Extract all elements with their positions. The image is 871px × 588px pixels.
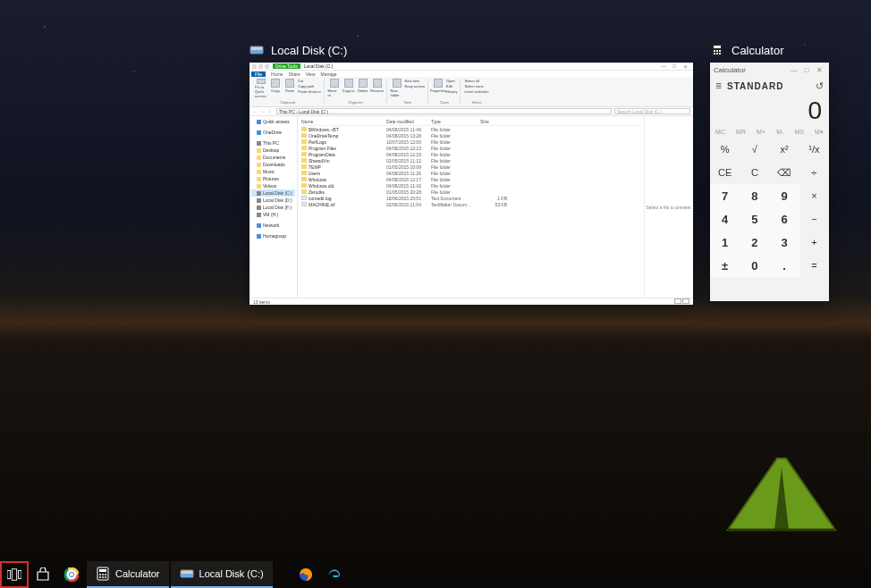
explorer-titlebar[interactable]: Drive Tools Local Disk (C:) — □ ✕ [249, 63, 693, 71]
tab-home[interactable]: Home [271, 71, 283, 77]
column-header[interactable]: Name [301, 119, 386, 124]
invert-button[interactable]: Invert selection [464, 89, 488, 95]
chrome-button[interactable] [57, 561, 86, 588]
tab-view[interactable]: View [306, 71, 316, 77]
pin-button[interactable]: Pin to Quick access [255, 79, 267, 98]
taskview-button[interactable] [0, 561, 29, 588]
calc-key[interactable]: + [799, 231, 829, 254]
calc-key[interactable]: 8 [740, 184, 769, 207]
tab-share[interactable]: Share [288, 71, 300, 77]
edge-button[interactable] [320, 561, 349, 588]
close-button[interactable]: ✕ [813, 66, 825, 74]
calc-key[interactable]: ± [710, 254, 740, 277]
file-row[interactable]: Zerodks01/05/2015 20:28File folder [301, 189, 640, 195]
copyto-button[interactable]: Copy to [342, 79, 355, 98]
calc-mem-button[interactable]: MC [715, 129, 725, 136]
file-row[interactable]: $Windows.~BT04/08/2015 11:49File folder [301, 126, 640, 132]
history-icon[interactable]: ↺ [816, 80, 824, 92]
nav-item[interactable]: This PC [251, 139, 295, 147]
nav-item[interactable]: Music [251, 168, 295, 175]
calc-mem-button[interactable]: MS [794, 129, 804, 136]
nav-item[interactable]: Network [251, 222, 295, 229]
nav-item[interactable]: Quick access [251, 118, 295, 125]
copy-button[interactable]: Copy [269, 79, 282, 98]
calc-key[interactable]: × [799, 184, 829, 207]
column-headers[interactable]: NameDate modifiedTypeSize [301, 118, 640, 126]
close-button[interactable]: ✕ [680, 63, 690, 70]
calc-key[interactable]: CE [710, 161, 740, 184]
file-row[interactable]: Users04/08/2015 11:26File folder [301, 170, 640, 176]
nav-item[interactable]: Local Disk (F:) [251, 204, 295, 211]
calc-key[interactable]: 7 [710, 184, 740, 207]
nav-item[interactable]: Pictures [251, 175, 295, 182]
tab-file[interactable]: File [251, 71, 266, 77]
nav-item[interactable]: Local Disk (D:) [251, 197, 295, 204]
calc-key[interactable]: √ [740, 138, 769, 161]
calc-key[interactable]: C [740, 161, 769, 184]
calc-titlebar[interactable]: Calculator — □ ✕ [710, 63, 829, 77]
file-row[interactable]: Windows.old04/08/2015 11:42File folder [301, 182, 640, 189]
moveto-button[interactable]: Move to [328, 79, 341, 98]
calc-key[interactable]: 1 [710, 231, 740, 254]
nav-item[interactable]: Homegroup [251, 232, 295, 239]
calc-key[interactable]: 4 [710, 207, 740, 231]
paste-button[interactable]: Paste [283, 79, 296, 98]
calc-mem-button[interactable]: M▾ [815, 129, 824, 136]
nav-item[interactable]: VM (H:) [251, 211, 295, 218]
nav-item[interactable]: Local Disk (C:) [251, 189, 295, 197]
file-row[interactable]: Program Files04/08/2015 12:23File folder [301, 145, 640, 151]
rename-button[interactable]: Rename [371, 79, 384, 98]
nav-item[interactable]: OneDrive [251, 129, 295, 136]
paste-shortcut-button[interactable]: Paste shortcut [298, 89, 321, 95]
file-row[interactable]: PerfLogs10/07/2015 12:00File folder [301, 139, 640, 145]
taskbar-app-explorer[interactable]: Local Disk (C:) [171, 561, 273, 588]
firefox-button[interactable] [292, 561, 320, 588]
calc-key[interactable]: = [799, 254, 829, 277]
taskview-window-calculator[interactable]: Calculator — □ ✕ ≡ STANDARD ↺ 0 MCMRM+M-… [710, 63, 829, 301]
calc-key[interactable]: 0 [740, 254, 769, 277]
address-bar[interactable]: This PC › Local Disk (C:) [276, 108, 612, 114]
calc-key[interactable]: 3 [770, 231, 799, 254]
calc-key[interactable]: ¹/x [799, 138, 829, 161]
calc-key[interactable]: 5 [740, 207, 769, 231]
taskbar-app-calculator[interactable]: Calculator [87, 561, 169, 588]
calc-mem-button[interactable]: MR [736, 129, 746, 136]
column-header[interactable]: Type [431, 119, 480, 124]
calc-key[interactable]: − [799, 207, 829, 231]
calc-mem-button[interactable]: M- [776, 129, 783, 136]
tab-manage[interactable]: Manage [321, 71, 337, 77]
taskview-window-explorer[interactable]: Drive Tools Local Disk (C:) — □ ✕ File H… [249, 63, 693, 305]
calc-key[interactable]: % [710, 138, 740, 161]
calc-key[interactable]: 2 [740, 231, 769, 254]
nav-item[interactable]: Desktop [251, 147, 295, 154]
minimize-button[interactable]: — [658, 63, 669, 70]
file-row[interactable]: MACHINE.inf02/06/2015 11:04TextMaker Doc… [301, 201, 640, 207]
maximize-button[interactable]: □ [669, 63, 680, 70]
calc-key[interactable]: ÷ [799, 161, 829, 184]
up-button[interactable]: ↑ [268, 109, 271, 114]
history-button[interactable]: History [446, 89, 457, 95]
forward-button[interactable]: → [260, 109, 266, 114]
nav-item[interactable]: Documents [251, 154, 295, 161]
maximize-button[interactable]: □ [800, 66, 813, 74]
back-button[interactable]: ← [252, 109, 258, 114]
file-list[interactable]: NameDate modifiedTypeSize $Windows.~BT04… [298, 116, 644, 298]
store-button[interactable] [29, 561, 57, 588]
hamburger-icon[interactable]: ≡ [715, 80, 722, 92]
properties-button[interactable]: Properties [432, 79, 444, 98]
calc-key[interactable]: 9 [770, 184, 799, 207]
file-row[interactable]: ProgramData04/08/2015 12:33File folder [301, 151, 640, 157]
calc-mem-button[interactable]: M+ [757, 129, 765, 136]
file-row[interactable]: Windows04/08/2015 12:17File folder [301, 176, 640, 182]
column-header[interactable]: Date modified [386, 119, 431, 124]
nav-item[interactable]: Videos [251, 182, 295, 189]
calc-key[interactable]: x² [770, 138, 799, 161]
easyaccess-button[interactable]: Easy access [405, 84, 425, 89]
calc-key[interactable]: ⌫ [770, 161, 799, 184]
view-switcher[interactable] [673, 298, 689, 305]
file-row[interactable]: OneDriveTemp04/08/2015 13:28File folder [301, 132, 640, 139]
search-input[interactable]: Search Local Disk (C:) [614, 108, 690, 114]
file-row[interactable]: TEMP01/05/2015 10:09File folder [301, 164, 640, 170]
file-row[interactable]: comedit.log18/06/2015 23:51Text Document… [301, 195, 640, 201]
delete-button[interactable]: Delete [357, 79, 369, 98]
